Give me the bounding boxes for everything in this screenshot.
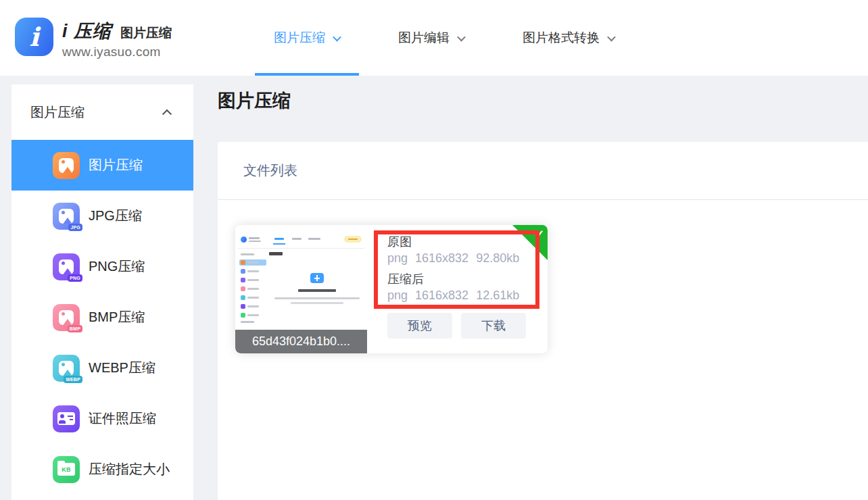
bmp-compress-icon: BMP	[53, 304, 80, 331]
original-label: 原图	[387, 234, 519, 250]
thumb-row	[239, 312, 266, 318]
original-format: png	[387, 250, 408, 266]
id-photo-icon	[53, 405, 80, 432]
brand-url: www.iyasuo.com	[62, 45, 172, 59]
header: i i 压缩 图片压缩 www.iyasuo.com 图片压缩 图片编辑 图片格…	[0, 0, 868, 76]
thumb-row	[239, 295, 266, 301]
sidebar: 图片压缩 图片压缩 JPG JPG压缩 PNG PNG压缩	[11, 84, 193, 500]
panel-title: 文件列表	[243, 161, 297, 180]
thumb-bar	[308, 238, 320, 240]
sidebar-item-label: 证件照压缩	[89, 409, 156, 428]
brand-name: i 压缩	[62, 19, 112, 43]
file-thumbnail[interactable]: 65d43f024b1b0....	[235, 225, 367, 353]
compressed-label: 压缩后	[387, 272, 519, 287]
compressed-info: png 1616x832 12.61kb	[387, 287, 519, 303]
sidebar-item-label: 压缩指定大小	[89, 460, 170, 478]
file-card: 65d43f024b1b0.... 原图 png 1616x832 92.80k…	[235, 225, 548, 353]
sidebar-item-label: BMP压缩	[89, 308, 145, 326]
download-button[interactable]: 下载	[461, 313, 526, 339]
sidebar-item-label: JPG压缩	[89, 207, 142, 225]
brand-logo[interactable]: i i 压缩 图片压缩 www.iyasuo.com	[15, 18, 172, 59]
sidebar-item-label: WEBP压缩	[89, 359, 155, 377]
app-screen: i i 压缩 图片压缩 www.iyasuo.com 图片压缩 图片编辑 图片格…	[0, 0, 868, 500]
nav-label: 图片格式转换	[523, 29, 600, 47]
logo-letter: i	[29, 24, 39, 50]
original-info: png 1616x832 92.80kb	[387, 250, 519, 266]
sidebar-group-header[interactable]: 图片压缩	[11, 84, 193, 140]
format-badge: JPG	[68, 224, 82, 231]
png-compress-icon: PNG	[53, 253, 80, 280]
compressed-format: png	[387, 287, 408, 303]
nav-item-image-edit[interactable]: 图片编辑	[379, 0, 483, 76]
logo-icon: i	[15, 18, 53, 56]
nav-label: 图片压缩	[274, 29, 325, 47]
image-compress-icon	[53, 152, 80, 179]
original-dimensions: 1616x832	[415, 250, 468, 266]
sidebar-item-label: PNG压缩	[89, 257, 145, 276]
sidebar-item-bmp-compress[interactable]: BMP BMP压缩	[11, 292, 193, 343]
kb-badge: KB	[62, 466, 71, 473]
filename-bar: 65d43f024b1b0....	[235, 330, 367, 353]
compressed-size: 12.61kb	[476, 287, 519, 303]
thumb-mini-logo	[241, 236, 247, 243]
webp-compress-icon: WEBP	[53, 355, 80, 382]
sidebar-item-target-size-compress[interactable]: KB 压缩指定大小	[11, 444, 193, 495]
thumb-bar	[292, 238, 302, 240]
preview-button[interactable]: 预览	[387, 313, 452, 339]
thumb-bar	[249, 241, 261, 242]
brand-product: 图片压缩	[120, 24, 172, 42]
logo-text: i 压缩 图片压缩 www.iyasuo.com	[62, 18, 172, 59]
thumb-row	[239, 259, 266, 266]
nav-item-image-compress[interactable]: 图片压缩	[255, 0, 359, 76]
thumb-divider	[238, 248, 364, 249]
main-nav: 图片压缩 图片编辑 图片格式转换	[255, 0, 633, 76]
sidebar-item-idphoto-compress[interactable]: 证件照压缩	[11, 393, 193, 444]
thumb-mini-main	[269, 252, 364, 304]
file-list-panel: 文件列表	[218, 142, 868, 500]
thumb-mini-title	[269, 252, 283, 255]
jpg-compress-icon: JPG	[53, 203, 80, 230]
chevron-up-icon	[162, 109, 172, 119]
page-title: 图片压缩	[218, 89, 291, 113]
nav-label: 图片编辑	[398, 29, 450, 47]
thumb-row	[239, 277, 266, 283]
thumb-bar	[249, 237, 260, 239]
file-info: 原图 png 1616x832 92.80kb 压缩后 png 1616x832…	[387, 234, 519, 309]
thumb-mini-header	[239, 236, 363, 245]
format-badge: BMP	[68, 325, 82, 332]
chevron-down-icon	[333, 32, 341, 41]
thumb-row	[239, 286, 266, 292]
thumb-text-bar	[274, 297, 360, 299]
sidebar-group-label: 图片压缩	[30, 103, 85, 122]
panel-header: 文件列表	[218, 142, 868, 200]
thumb-row	[239, 303, 266, 309]
thumb-mini-button	[344, 236, 362, 243]
thumb-text-bar	[291, 302, 343, 304]
thumb-mini-sidebar	[239, 253, 266, 327]
chevron-down-icon	[457, 32, 466, 41]
thumb-mini-nav	[274, 238, 284, 240]
sidebar-item-image-compress[interactable]: 图片压缩	[11, 140, 193, 191]
sidebar-item-label: 图片压缩	[89, 156, 143, 174]
kb-folder-icon: KB	[53, 456, 80, 483]
sidebar-item-png-compress[interactable]: PNG PNG压缩	[11, 241, 193, 292]
nav-item-format-convert[interactable]: 图片格式转换	[504, 0, 633, 76]
format-badge: PNG	[68, 274, 82, 282]
sidebar-item-webp-compress[interactable]: WEBP WEBP压缩	[11, 343, 193, 393]
sidebar-item-jpg-compress[interactable]: JPG JPG压缩	[11, 191, 193, 241]
compressed-dimensions: 1616x832	[415, 287, 468, 303]
filename: 65d43f024b1b0....	[252, 334, 350, 349]
thumb-caption-bar	[298, 289, 336, 292]
original-size: 92.80kb	[476, 250, 519, 266]
chevron-down-icon	[607, 32, 616, 41]
format-badge: WEBP	[64, 376, 82, 383]
thumbnail-mini-ui	[238, 236, 364, 330]
card-buttons: 预览 下载	[387, 313, 526, 339]
thumb-upload-icon	[310, 273, 324, 283]
thumb-row	[239, 268, 266, 274]
